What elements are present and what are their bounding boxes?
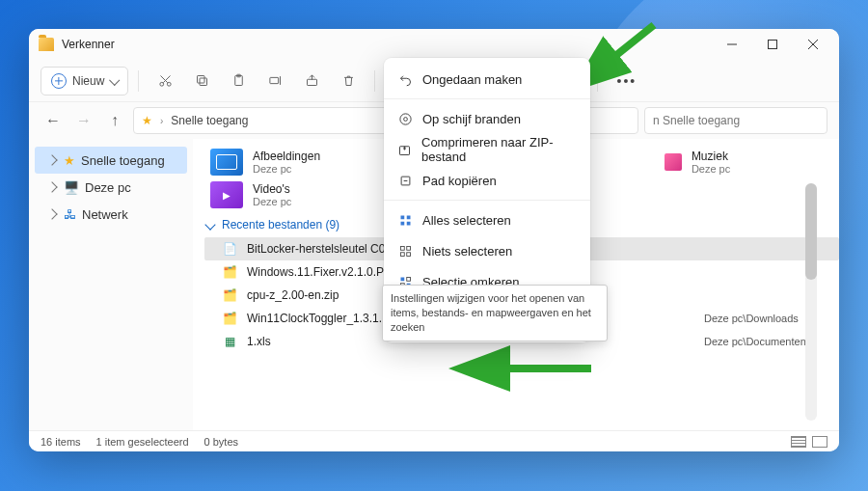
breadcrumb: Snelle toegang	[171, 114, 248, 127]
highlight-arrow-icon	[485, 357, 601, 386]
sidebar-item-label: Deze pc	[85, 180, 131, 195]
videos-icon	[210, 181, 243, 208]
svg-line-36	[606, 25, 654, 64]
folder-item[interactable]: Afbeeldingen Deze pc	[210, 149, 385, 176]
close-button[interactable]	[793, 29, 833, 60]
menu-item-label: Pad kopiëren	[422, 174, 497, 188]
menu-item-burn[interactable]: Op schijf branden	[384, 103, 590, 134]
plus-icon	[51, 73, 67, 89]
svg-rect-27	[406, 246, 410, 250]
svg-rect-1	[769, 41, 777, 49]
zip-file-icon: 🗂️	[222, 264, 237, 280]
pc-icon: 🖥️	[64, 180, 79, 195]
folder-item[interactable]: Video's Deze pc	[210, 181, 393, 208]
sidebar-item-label: Snelle toegang	[81, 153, 165, 168]
folder-name: Afbeeldingen	[253, 150, 320, 163]
zip-file-icon: 🗂️	[222, 287, 237, 303]
menu-item-label: Ongedaan maken	[422, 72, 522, 87]
status-size: 0 bytes	[204, 436, 238, 448]
tooltip: Instellingen wijzigen voor het openen va…	[382, 285, 608, 341]
menu-item-copy-path[interactable]: Pad kopiëren	[384, 165, 590, 196]
chevron-right-icon	[46, 208, 57, 219]
folder-sub: Deze pc	[253, 196, 291, 207]
sidebar-item-network[interactable]: 🖧 Netwerk	[29, 201, 193, 228]
sidebar: ★ Snelle toegang 🖥️ Deze pc 🖧 Netwerk	[29, 139, 193, 430]
svg-rect-10	[270, 77, 279, 83]
menu-item-select-none[interactable]: Niets selecteren	[384, 235, 590, 266]
zip-file-icon: 🗂️	[222, 311, 237, 326]
back-button[interactable]: ←	[41, 108, 66, 133]
new-button-label: Nieuw	[72, 74, 104, 88]
share-button[interactable]	[295, 67, 328, 95]
menu-item-label: Comprimeren naar ZIP-bestand	[421, 135, 577, 164]
menu-item-label: Niets selecteren	[422, 244, 512, 259]
folder-sub: Deze pc	[253, 163, 320, 175]
copy-path-icon	[397, 173, 413, 188]
folder-item[interactable]: Muziek Deze pc	[665, 149, 839, 176]
svg-point-5	[167, 82, 171, 86]
sidebar-item-this-pc[interactable]: 🖥️ Deze pc	[29, 174, 193, 201]
highlight-arrow-icon	[586, 20, 664, 78]
status-bar: 16 items 1 item geselecteerd 0 bytes	[29, 430, 839, 451]
svg-rect-22	[400, 215, 404, 219]
star-icon: ★	[64, 153, 75, 168]
zip-icon	[397, 142, 412, 157]
disc-icon	[397, 111, 413, 126]
text-file-icon: 📄	[222, 241, 237, 257]
folder-name: Video's	[253, 182, 291, 196]
chevron-right-icon: ›	[160, 116, 163, 126]
rename-button[interactable]	[258, 67, 291, 95]
menu-item-compress[interactable]: Comprimeren naar ZIP-bestand	[384, 134, 590, 165]
svg-rect-29	[406, 252, 410, 256]
folder-name: Muziek	[692, 150, 730, 163]
sidebar-item-quick-access[interactable]: ★ Snelle toegang	[35, 147, 187, 174]
menu-item-label: Op schijf branden	[422, 112, 521, 126]
svg-point-18	[399, 113, 410, 123]
scrollbar-thumb[interactable]	[805, 183, 817, 280]
search-input[interactable]	[644, 107, 827, 134]
copy-button[interactable]	[185, 67, 218, 95]
svg-point-4	[160, 82, 164, 86]
svg-rect-30	[400, 277, 404, 281]
cut-button[interactable]	[149, 67, 181, 95]
window-title: Verkenner	[62, 38, 115, 51]
network-icon: 🖧	[64, 207, 76, 222]
minimize-button[interactable]	[712, 29, 752, 60]
titlebar: Verkenner	[29, 29, 839, 60]
chevron-down-icon	[204, 219, 215, 230]
delete-button[interactable]	[332, 67, 365, 95]
svg-rect-25	[406, 221, 410, 225]
paste-button[interactable]	[222, 67, 255, 95]
file-location: Deze pc\Documenten	[704, 336, 839, 347]
svg-rect-23	[406, 215, 410, 219]
menu-item-undo[interactable]: Ongedaan maken	[384, 64, 590, 95]
file-location: Deze pc\Downloads	[704, 313, 839, 324]
svg-rect-7	[197, 76, 204, 84]
chevron-right-icon	[46, 181, 57, 192]
folder-icon	[39, 38, 54, 51]
forward-button[interactable]: →	[71, 108, 96, 133]
new-button[interactable]: Nieuw	[41, 67, 128, 95]
svg-rect-28	[400, 252, 404, 256]
folder-sub: Deze pc	[692, 163, 730, 175]
up-button[interactable]: ↑	[102, 108, 127, 133]
details-view-button[interactable]	[791, 436, 806, 448]
maximize-button[interactable]	[752, 29, 793, 60]
icons-view-button[interactable]	[812, 436, 827, 448]
select-all-icon	[397, 212, 413, 228]
status-count: 16 items	[41, 436, 81, 448]
svg-rect-26	[400, 246, 404, 250]
menu-item-label: Alles selecteren	[422, 213, 511, 228]
select-none-icon	[397, 243, 413, 259]
svg-rect-6	[200, 78, 207, 86]
sidebar-item-label: Netwerk	[82, 207, 128, 222]
section-title: Recente bestanden (9)	[222, 218, 339, 232]
tooltip-text: Instellingen wijzigen voor het openen va…	[391, 292, 591, 333]
chevron-down-icon	[109, 74, 120, 85]
music-icon	[665, 153, 682, 171]
undo-icon	[397, 71, 413, 87]
svg-rect-31	[406, 277, 410, 281]
menu-item-select-all[interactable]: Alles selecteren	[384, 205, 590, 235]
svg-rect-24	[400, 221, 404, 225]
pictures-icon	[210, 149, 243, 176]
